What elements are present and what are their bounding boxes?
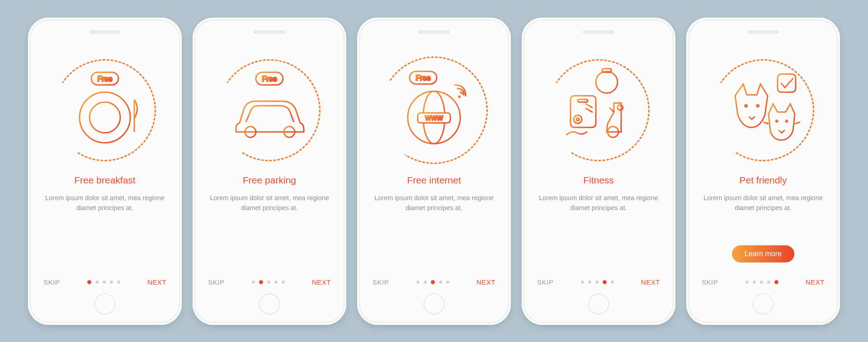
screen-description: Lorem ipsum dolor sit amet, mea regione …	[537, 193, 660, 213]
pager-dot[interactable]	[446, 281, 449, 284]
screen-title: Free internet	[373, 175, 495, 186]
pager-dot[interactable]	[603, 280, 607, 284]
pager-dot[interactable]	[95, 281, 99, 284]
pager	[581, 280, 614, 284]
pager	[745, 280, 778, 284]
next-button[interactable]: NEXT	[312, 278, 331, 286]
onboarding-screen: FreeFree parkingLorem ipsum dolor sit am…	[193, 18, 346, 325]
skip-button[interactable]: SKIP	[702, 278, 718, 286]
pager-dot[interactable]	[588, 281, 591, 284]
skip-button[interactable]: SKIP	[208, 278, 224, 286]
next-button[interactable]: NEXT	[641, 278, 660, 286]
pager-dot[interactable]	[282, 281, 285, 284]
pager-dot[interactable]	[103, 281, 106, 284]
skip-button[interactable]: SKIP	[373, 278, 389, 286]
screen-title: Pet friendly	[702, 175, 825, 186]
pager-dot[interactable]	[753, 281, 756, 284]
onboarding-screen: FitnessLorem ipsum dolor sit amet, mea r…	[522, 18, 675, 325]
next-button[interactable]: NEXT	[476, 278, 495, 286]
illustration: FreeWWW	[383, 59, 485, 161]
next-button[interactable]: NEXT	[147, 278, 166, 286]
pager-dot[interactable]	[274, 281, 278, 284]
pager-dot[interactable]	[416, 281, 420, 284]
pager-dot[interactable]	[252, 281, 255, 284]
pager-dot[interactable]	[267, 281, 270, 284]
pager-dot[interactable]	[110, 281, 113, 284]
pager-dot[interactable]	[595, 281, 599, 284]
screen-description: Lorem ipsum dolor sit amet, mea regione …	[702, 193, 825, 213]
screen-title: Free parking	[208, 175, 331, 186]
pager-dot[interactable]	[760, 281, 763, 284]
pager-dot[interactable]	[611, 281, 614, 284]
skip-button[interactable]: SKIP	[537, 278, 553, 286]
learn-more-button[interactable]: Learn more	[732, 245, 794, 262]
pager	[87, 280, 120, 284]
onboarding-screen: FreeWWWFree internetLorem ipsum dolor si…	[357, 18, 511, 325]
screen-title: Free breakfast	[43, 175, 166, 186]
pager-dot[interactable]	[424, 281, 427, 284]
illustration: Free	[54, 59, 156, 161]
onboarding-screen: FreeFree breakfastLorem ipsum dolor sit …	[28, 18, 182, 325]
pager-dot[interactable]	[774, 280, 778, 284]
pager-dot[interactable]	[439, 281, 442, 284]
onboarding-screen: Pet friendlyLorem ipsum dolor sit amet, …	[686, 18, 840, 325]
pager-dot[interactable]	[87, 280, 91, 284]
pager	[416, 280, 449, 284]
illustration	[547, 59, 650, 161]
skip-button[interactable]: SKIP	[43, 278, 60, 286]
pager-dot[interactable]	[259, 280, 263, 284]
pager-dot[interactable]	[745, 281, 749, 284]
screen-description: Lorem ipsum dolor sit amet, mea regione …	[373, 193, 495, 213]
next-button[interactable]: NEXT	[806, 278, 825, 286]
pager-dot[interactable]	[767, 281, 770, 284]
screen-description: Lorem ipsum dolor sit amet, mea regione …	[43, 193, 166, 213]
pager-dot[interactable]	[117, 281, 120, 284]
pager-dot[interactable]	[431, 280, 435, 284]
pager	[252, 280, 285, 284]
illustration: Free	[218, 59, 321, 161]
illustration	[712, 59, 814, 161]
screen-title: Fitness	[537, 175, 660, 186]
screen-description: Lorem ipsum dolor sit amet, mea regione …	[208, 193, 331, 213]
pager-dot[interactable]	[581, 281, 584, 284]
